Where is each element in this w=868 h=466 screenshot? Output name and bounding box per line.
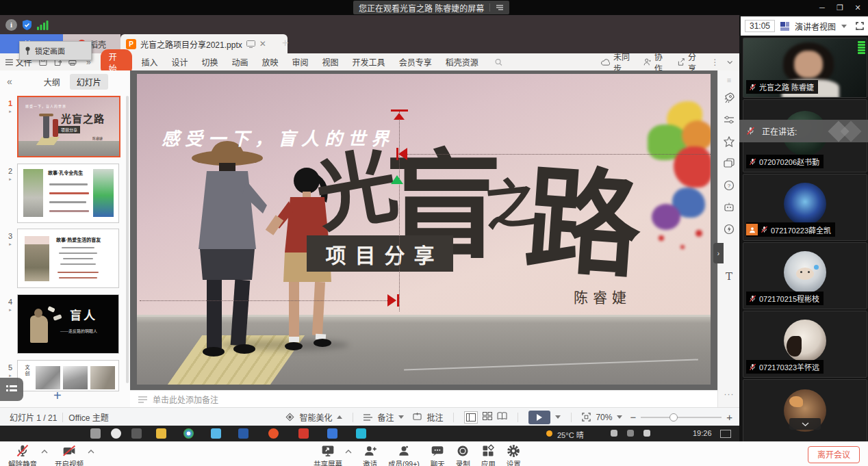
collapse-panel-icon[interactable]: « (7, 76, 12, 87)
rocket-icon[interactable] (724, 92, 735, 103)
notes-caret-icon[interactable] (398, 415, 404, 419)
slide-thumbnail-3[interactable]: 故事·热爱生活的盲友 (17, 229, 119, 288)
mic-options-caret-icon[interactable] (41, 450, 48, 454)
marker-top-triangle[interactable] (394, 113, 405, 120)
record-button[interactable]: 录制 (456, 444, 470, 466)
video-tile[interactable] (743, 379, 867, 443)
view-reading-button[interactable] (497, 412, 507, 422)
view-normal-button[interactable] (464, 411, 478, 424)
menu-docer-res[interactable]: 稻壳资源 (439, 56, 485, 68)
add-slide-button[interactable]: + (53, 388, 62, 404)
close-button[interactable]: ✕ (849, 0, 867, 15)
tab-slides[interactable]: 幻灯片 (70, 74, 108, 90)
leave-meeting-button[interactable]: 离开会议 (808, 446, 860, 463)
taskbar-app-icon[interactable] (131, 428, 142, 439)
share-screen-button[interactable]: 共享屏幕 (314, 444, 342, 466)
taskbar-app-icon[interactable] (238, 428, 248, 439)
menu-insert[interactable]: 插入 (135, 56, 165, 68)
view-mode-label[interactable]: 演讲者视图 (795, 21, 836, 32)
taskbar-app-icon[interactable] (356, 428, 366, 439)
marker-green-triangle[interactable] (391, 175, 403, 184)
comments-button[interactable]: 批注 (426, 411, 443, 423)
view-switch-float-button[interactable] (0, 378, 23, 401)
taskbar-browser-icon[interactable] (183, 428, 194, 439)
marker-bottom-triangle[interactable] (387, 294, 396, 307)
video-options-caret-icon[interactable] (88, 450, 94, 454)
tab-outline[interactable]: 大纲 (38, 74, 66, 90)
zoom-level[interactable]: 70% (596, 413, 612, 422)
menu-member[interactable]: 会员专享 (392, 56, 439, 68)
tab-document[interactable]: P 光盲之路项目分享2021.pptx ✕ (120, 34, 288, 53)
text-tool-icon[interactable]: T (718, 270, 739, 283)
taskbar-search-icon[interactable] (111, 428, 121, 439)
slide-thumbnail-1[interactable]: 感受一下，盲人的世界 光盲之路 项目分享 陈睿婕 (17, 96, 120, 157)
ribbon-collapse-icon[interactable] (727, 60, 732, 64)
signal-bars-icon[interactable] (37, 20, 49, 30)
taskbar-app-icon[interactable] (298, 428, 309, 439)
slide-thumbnail-5[interactable]: 文创 (17, 360, 119, 391)
taskbar-store-icon[interactable] (211, 428, 221, 439)
menu-devtools[interactable]: 开发工具 (346, 56, 392, 68)
minimize-button[interactable]: ─ (813, 0, 831, 15)
strip-handle-icon[interactable]: ≡ (718, 76, 739, 84)
share-options-caret-icon[interactable] (345, 450, 352, 454)
video-tile[interactable]: 072170323羊怀远 (743, 311, 867, 378)
new-tab-button[interactable]: + (282, 37, 288, 49)
play-slideshow-button[interactable] (528, 411, 550, 424)
beautify-caret-icon[interactable] (337, 415, 342, 419)
fit-screen-icon[interactable] (582, 413, 591, 422)
menu-view[interactable]: 视图 (316, 56, 346, 68)
command-search-input[interactable] (502, 57, 601, 68)
invite-button[interactable]: 邀请 (363, 444, 377, 466)
tray-icon[interactable] (643, 430, 650, 437)
members-button[interactable]: 成员(99+) (388, 444, 420, 466)
zoom-in-button[interactable]: + (726, 411, 732, 423)
video-tile-presenter[interactable]: 光盲之路 陈睿婕 (743, 38, 867, 98)
strip-more-icon[interactable]: ··· (718, 389, 739, 399)
menu-transition[interactable]: 切换 (195, 56, 225, 68)
tray-icon[interactable] (627, 430, 634, 437)
menu-review[interactable]: 审阅 (285, 56, 316, 68)
info-icon[interactable]: i (5, 19, 17, 31)
fullscreen-icon[interactable] (856, 22, 864, 30)
notification-center-icon[interactable] (720, 430, 731, 438)
menu-design[interactable]: 设计 (165, 56, 195, 68)
play-caret-icon[interactable] (555, 415, 561, 419)
maximize-button[interactable]: ❐ (831, 0, 849, 15)
taskbar-weather[interactable]: 25°C 晴 (557, 429, 584, 440)
taskbar-folder-icon[interactable] (156, 428, 166, 439)
zoom-out-button[interactable]: − (630, 411, 636, 423)
help-icon[interactable]: ? (724, 180, 735, 191)
tray-icon[interactable] (611, 430, 617, 437)
menu-slideshow[interactable]: 放映 (255, 56, 285, 68)
settings-button[interactable]: 设置 (507, 444, 521, 466)
zoom-caret-icon[interactable] (617, 415, 622, 419)
beautify-label[interactable]: 智能美化 (299, 411, 332, 423)
taskbar-app-icon[interactable] (327, 428, 337, 439)
assistant-icon[interactable] (724, 202, 735, 213)
panel-scrollbar[interactable] (126, 96, 129, 383)
collapse-tiles-button[interactable] (789, 418, 821, 430)
notes-button[interactable]: 备注 (377, 411, 394, 423)
shield-icon[interactable] (21, 19, 33, 31)
adjust-icon[interactable] (724, 114, 735, 125)
notes-bar[interactable]: 单击此处添加备注 (130, 390, 726, 408)
video-tile[interactable]: 072170215程彬枝 (743, 242, 867, 309)
marker-left-triangle[interactable] (398, 148, 407, 160)
main-slide[interactable]: 感受一下，盲人的世界 光 盲 之 路 项目分享 陈睿婕 (137, 74, 711, 385)
effects-star-icon[interactable] (724, 136, 735, 147)
marker-bottom-bar[interactable] (397, 294, 399, 307)
layers-icon[interactable] (724, 158, 735, 169)
cast-icon[interactable] (246, 40, 255, 48)
marker-top-bar[interactable] (391, 109, 408, 112)
expand-pane-tab[interactable]: › (713, 243, 724, 263)
menu-animation[interactable]: 动画 (225, 56, 255, 68)
start-video-button[interactable]: 开启视频 (55, 444, 84, 466)
view-mode-caret-icon[interactable] (841, 25, 847, 28)
apps-button[interactable]: 应用 (481, 444, 496, 466)
flash-icon[interactable] (724, 224, 735, 235)
banner-menu-icon[interactable] (496, 4, 504, 11)
zoom-slider[interactable] (641, 417, 722, 418)
chat-button[interactable]: 聊天 (431, 444, 445, 466)
slide-thumbnail-2[interactable]: 故事·孔令全先生 (17, 164, 119, 223)
